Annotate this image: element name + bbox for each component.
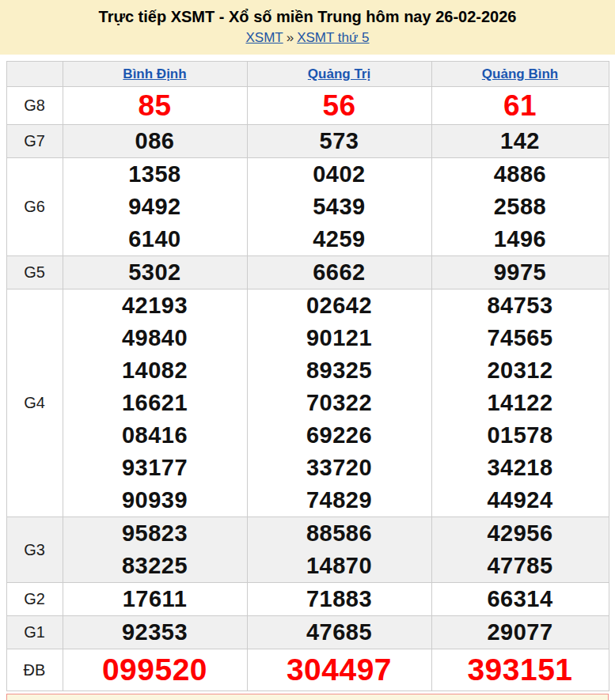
prize-number: 393151 <box>432 649 609 691</box>
prize-number: 33720 <box>248 452 431 484</box>
prize-row-g7: G7086573142 <box>6 125 609 158</box>
prize-number: 6140 <box>63 223 247 255</box>
prize-cell: 85 <box>63 87 247 125</box>
prize-number: 71883 <box>248 583 431 615</box>
prize-number: 66314 <box>432 583 609 615</box>
prize-cell: 42193498401408216621084169317790939 <box>63 289 247 517</box>
prize-number: 93177 <box>63 452 247 484</box>
prize-number: 34218 <box>432 452 609 484</box>
breadcrumb-link-xsmt-thu-5[interactable]: XSMT thứ 5 <box>297 30 369 45</box>
prize-number: 02642 <box>248 289 431 322</box>
prize-number: 70322 <box>248 387 431 419</box>
prize-cell: 02642901218932570322692263372074829 <box>247 289 431 517</box>
prize-cell: 71883 <box>247 583 431 616</box>
prize-cell: 135894926140 <box>63 158 247 256</box>
prize-number: 01578 <box>432 419 609 452</box>
prize-cell: 56 <box>247 87 431 125</box>
prize-label: G1 <box>6 616 63 649</box>
prize-row-g5: G5530266629975 <box>6 256 609 289</box>
prize-number: 49840 <box>63 322 247 354</box>
prize-number: 5439 <box>248 191 431 223</box>
column-link-3[interactable]: Quảng Bình <box>482 66 558 81</box>
prize-row-g8: G8855661 <box>6 87 609 125</box>
prize-label: G7 <box>6 125 63 158</box>
prize-number: 92353 <box>63 616 247 649</box>
prize-number: 6662 <box>248 256 431 289</box>
page-title: Trực tiếp XSMT - Xổ số miền Trung hôm na… <box>0 7 615 27</box>
prize-number: 9492 <box>63 191 247 223</box>
prize-cell: 304497 <box>247 649 431 691</box>
prize-cell: 66314 <box>431 583 609 616</box>
breadcrumb-separator: » <box>283 30 297 45</box>
prize-label: G2 <box>6 583 63 616</box>
prize-number: 14870 <box>248 550 431 582</box>
column-header: Quảng Trị <box>247 62 431 87</box>
prize-number: 4886 <box>432 158 609 191</box>
prize-row-đb: ĐB099520304497393151 <box>6 649 609 691</box>
prize-number: 14122 <box>432 387 609 419</box>
prize-cell: 142 <box>431 125 609 158</box>
prize-number: 4259 <box>248 223 431 255</box>
prize-number: 08416 <box>63 419 247 452</box>
prize-label: G5 <box>6 256 63 289</box>
prize-number: 74829 <box>248 484 431 516</box>
prize-number: 88586 <box>248 517 431 550</box>
prize-number: 84753 <box>432 289 609 322</box>
prize-label: G6 <box>6 158 63 256</box>
column-header: Quảng Bình <box>431 62 609 87</box>
prize-number: 44924 <box>432 484 609 516</box>
prize-number: 90939 <box>63 484 247 516</box>
prize-cell: 573 <box>247 125 431 158</box>
table-header-row: Bình ĐịnhQuảng TrịQuảng Bình <box>6 62 609 87</box>
prize-row-g1: G1923534768529077 <box>6 616 609 649</box>
prize-row-g3: G3958238322588586148704295647785 <box>6 517 609 583</box>
prize-number: 9975 <box>432 256 609 289</box>
prize-cell: 92353 <box>63 616 247 649</box>
prize-cell: 8858614870 <box>247 517 431 583</box>
prize-number: 142 <box>432 125 609 157</box>
prize-number: 1358 <box>63 158 247 191</box>
prize-cell: 9975 <box>431 256 609 289</box>
prize-number: 69226 <box>248 419 431 452</box>
prize-cell: 47685 <box>247 616 431 649</box>
prize-cell: 6662 <box>247 256 431 289</box>
prize-cell: 29077 <box>431 616 609 649</box>
prize-number: 20312 <box>432 354 609 387</box>
prize-cell: 61 <box>431 87 609 125</box>
prize-row-g6: G6135894926140040254394259488625881496 <box>6 158 609 256</box>
prize-number: 29077 <box>432 616 609 649</box>
prize-number: 304497 <box>248 649 431 691</box>
prize-row-g2: G2176117188366314 <box>6 583 609 616</box>
lottery-results-table: Bình ĐịnhQuảng TrịQuảng Bình G8855661G70… <box>6 61 609 691</box>
next-section-box-top <box>6 694 609 700</box>
prize-number: 086 <box>63 125 247 157</box>
prize-number: 17611 <box>63 583 247 615</box>
prize-cell: 9582383225 <box>63 517 247 583</box>
prize-cell: 040254394259 <box>247 158 431 256</box>
prize-cell: 84753745652031214122015783421844924 <box>431 289 609 517</box>
prize-number: 2588 <box>432 191 609 223</box>
prize-number: 74565 <box>432 322 609 354</box>
prize-number: 16621 <box>63 387 247 419</box>
column-link-1[interactable]: Bình Định <box>123 66 186 81</box>
prize-row-g4: G442193498401408216621084169317790939026… <box>6 289 609 517</box>
column-link-2[interactable]: Quảng Trị <box>308 66 370 81</box>
prize-cell: 4295647785 <box>431 517 609 583</box>
prize-number: 89325 <box>248 354 431 387</box>
prize-number: 0402 <box>248 158 431 191</box>
prize-cell: 393151 <box>431 649 609 691</box>
prize-number: 42956 <box>432 517 609 550</box>
prize-number: 14082 <box>63 354 247 387</box>
breadcrumb-link-xsmt[interactable]: XSMT <box>245 30 283 45</box>
prize-label: G8 <box>6 87 63 125</box>
corner-cell <box>6 62 63 87</box>
prize-number: 61 <box>432 87 609 124</box>
prize-cell: 5302 <box>63 256 247 289</box>
breadcrumb: XSMT»XSMT thứ 5 <box>0 29 615 46</box>
column-header: Bình Định <box>63 62 247 87</box>
page-header-banner: Trực tiếp XSMT - Xổ số miền Trung hôm na… <box>0 0 615 55</box>
prize-number: 099520 <box>63 649 247 691</box>
prize-number: 90121 <box>248 322 431 354</box>
prize-number: 1496 <box>432 223 609 255</box>
prize-label: G3 <box>6 517 63 583</box>
